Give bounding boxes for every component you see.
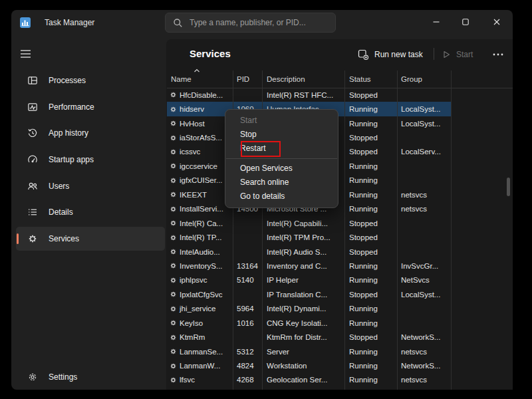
column-separator	[451, 70, 452, 390]
context-menu-item[interactable]: Open Services	[225, 162, 338, 176]
context-menu-item[interactable]: Start	[225, 114, 338, 128]
service-gear-icon	[170, 277, 177, 284]
more-options-button[interactable]	[489, 48, 507, 61]
service-gear-icon	[170, 334, 177, 341]
toolbar-divider	[434, 48, 434, 60]
service-name-cell: IKEEXT	[167, 191, 233, 199]
service-name-cell: InventoryS...	[167, 262, 233, 270]
table-row[interactable]: HfcDisable... Intel(R) RST HFC... Stoppe…	[167, 88, 451, 102]
table-row[interactable]: jhi_service 5964 Intel(R) Dynami... Runn…	[167, 302, 451, 316]
service-gear-icon	[170, 362, 177, 370]
service-gear-icon	[170, 91, 177, 98]
service-status-cell: Running	[344, 348, 397, 356]
sidebar-item-services[interactable]: Services	[16, 227, 165, 251]
column-header-description[interactable]: Description	[262, 75, 344, 83]
sort-ascending-icon	[194, 68, 200, 72]
sidebar-item-processes[interactable]: Processes	[16, 68, 165, 92]
service-name-cell: igccservice	[167, 162, 233, 170]
services-icon	[27, 233, 38, 244]
table-row[interactable]: Intel(R) Ca... Intel(R) Capabili... Stop…	[167, 216, 451, 230]
service-context-menu: Start Stop Restart Open Services Search …	[225, 109, 338, 208]
service-gear-icon	[170, 262, 177, 269]
service-group-cell: LocalSyst...	[397, 291, 451, 299]
service-description-cell: Geolocation Ser...	[262, 376, 344, 384]
sidebar-item-label: Services	[49, 234, 79, 243]
table-row[interactable]: IntelAudio... Intel(R) Audio S... Stoppe…	[167, 245, 451, 259]
sidebar-item-users[interactable]: Users	[16, 174, 165, 198]
service-pid-cell: 5140	[233, 276, 262, 284]
service-pid-cell: 5964	[233, 305, 262, 313]
context-menu-item[interactable]: Go to details	[225, 190, 338, 203]
search-input[interactable]	[188, 17, 324, 28]
table-row[interactable]: KeyIso 1016 CNG Key Isolati... Running	[167, 316, 451, 330]
maximize-button[interactable]	[456, 14, 475, 30]
table-row[interactable]: iphlpsvc 5140 IP Helper Running NetSvcs	[167, 273, 451, 287]
service-status-cell: Running	[344, 305, 397, 313]
navigation-menu-button[interactable]	[17, 47, 33, 61]
service-gear-icon	[170, 248, 177, 255]
context-menu-item[interactable]: Stop	[225, 128, 338, 142]
service-name-cell: IntelAudio...	[167, 248, 233, 256]
service-gear-icon	[170, 148, 177, 156]
table-row[interactable]	[167, 387, 451, 390]
service-description-cell: Workstation	[262, 362, 344, 370]
service-description-cell: Server	[262, 348, 344, 356]
service-name-cell: KtmRm	[167, 333, 233, 341]
service-description-cell: IP Helper	[262, 276, 344, 284]
sidebar-item-performance[interactable]: Performance	[16, 95, 165, 119]
service-group-cell: netsvcs	[397, 348, 451, 356]
service-name-cell: LanmanSe...	[167, 348, 233, 356]
service-description-cell: IP Translation C...	[262, 291, 344, 299]
run-new-task-button[interactable]: Run new task	[358, 47, 423, 62]
context-menu-item[interactable]: Search online	[225, 176, 338, 190]
table-row[interactable]: KtmRm KtmRm for Distr... Stopped Network…	[167, 330, 451, 344]
table-row[interactable]: LanmanSe... 5312 Server Running netsvcs	[167, 344, 451, 358]
table-row[interactable]: IpxlatCfgSvc IP Translation C... Stopped…	[167, 287, 451, 301]
service-description-cell: KtmRm for Distr...	[262, 333, 344, 341]
vertical-scrollbar-thumb[interactable]	[507, 178, 510, 196]
sidebar-item-label: App history	[49, 128, 88, 138]
table-row[interactable]: LanmanW... 4824 Workstation Running Netw…	[167, 358, 451, 372]
service-gear-icon	[170, 291, 177, 298]
service-name-cell: iaStorAfsS...	[167, 134, 233, 142]
ellipsis-icon	[492, 53, 504, 57]
play-icon	[442, 50, 451, 59]
service-pid-cell: 4268	[233, 376, 262, 384]
context-menu-item[interactable]	[226, 158, 337, 159]
service-status-cell: Stopped	[344, 333, 397, 341]
sidebar-item-label: Details	[49, 207, 73, 217]
sidebar-item-label: Performance	[49, 102, 94, 112]
service-status-cell: Running	[344, 276, 397, 284]
start-service-button[interactable]: Start	[442, 47, 473, 62]
sidebar-item-app-history[interactable]: App history	[16, 121, 165, 145]
performance-icon	[27, 102, 38, 112]
close-button[interactable]	[487, 14, 507, 30]
sidebar-item-label: Processes	[49, 76, 86, 85]
users-icon	[27, 181, 38, 192]
service-pid-cell: 1016	[233, 319, 262, 327]
table-row[interactable]: lfsvc 4268 Geolocation Ser... Running ne…	[167, 373, 451, 387]
sidebar-item-details[interactable]: Details	[16, 200, 165, 224]
column-header-group[interactable]: Group	[397, 75, 451, 83]
service-description-cell: Inventory and C...	[262, 262, 344, 270]
service-gear-icon	[170, 134, 177, 142]
table-row[interactable]: InventoryS... 13164 Inventory and C... R…	[167, 259, 451, 273]
column-header-status[interactable]: Status	[344, 75, 397, 83]
search-box[interactable]	[165, 13, 336, 33]
service-status-cell: Running	[344, 162, 397, 170]
sidebar-item-startup-apps[interactable]: Startup apps	[16, 148, 165, 172]
column-header-pid[interactable]: PID	[233, 75, 262, 83]
minimize-button[interactable]	[426, 14, 446, 30]
sidebar-item-settings[interactable]: Settings	[16, 365, 165, 389]
minimize-icon	[432, 18, 440, 26]
column-header-name[interactable]: Name	[167, 75, 233, 83]
table-row[interactable]: Intel(R) TP... Intel(R) TPM Pro... Stopp…	[167, 230, 451, 244]
processes-icon	[27, 75, 38, 86]
service-status-cell: Running	[344, 105, 397, 113]
startup-apps-icon	[27, 154, 38, 165]
service-group-cell: netsvcs	[397, 205, 451, 213]
start-button-label: Start	[456, 50, 473, 59]
service-status-cell: Running	[344, 205, 397, 213]
service-gear-icon	[170, 219, 177, 227]
restart-annotation-box	[241, 141, 281, 157]
